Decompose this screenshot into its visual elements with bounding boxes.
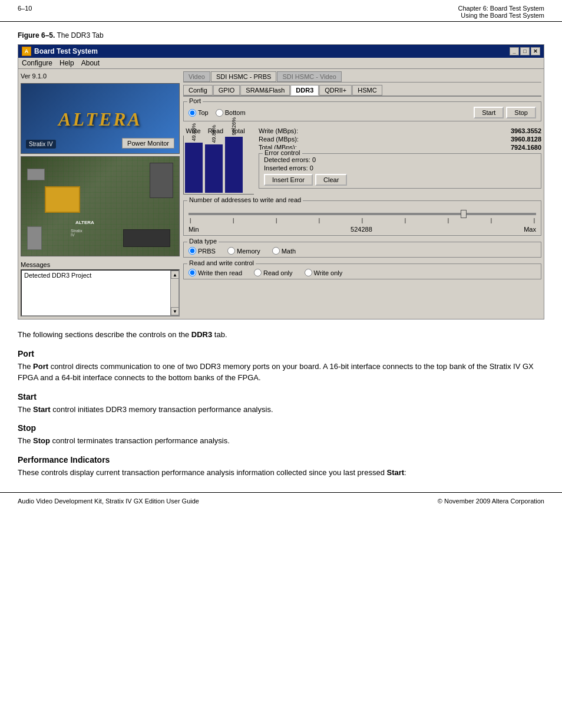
slider-max-label: Max	[524, 226, 536, 233]
tab-hsmc[interactable]: HSMC	[352, 85, 382, 95]
write-pct-label: 49.88%	[191, 123, 197, 141]
page-footer: Audio Video Development Kit, Stratix IV …	[0, 492, 562, 507]
port-row: Top Bottom Start Stop	[189, 104, 536, 118]
write-then-read-label[interactable]: Write then read	[189, 269, 242, 276]
title-bar-controls[interactable]: _ □ ✕	[510, 47, 540, 55]
slider-container: ||||| ||||	[189, 203, 536, 225]
footer-left: Audio Video Development Kit, Stratix IV …	[18, 498, 199, 505]
math-radio[interactable]	[272, 247, 280, 255]
scrollbar-track	[171, 279, 178, 307]
figure-number: Figure 6–5.	[18, 31, 55, 39]
insert-error-button[interactable]: Insert Error	[264, 174, 313, 186]
tab-video[interactable]: Video	[183, 71, 210, 82]
scrollbar-up[interactable]: ▲	[171, 271, 179, 279]
perf-paragraph: These controls display current transacti…	[18, 467, 544, 479]
port-group: Port Top Bottom Start Stop	[183, 101, 541, 121]
close-button[interactable]: ✕	[531, 47, 540, 55]
slider-thumb[interactable]	[461, 210, 467, 218]
small-chip	[27, 169, 45, 180]
chapter-subtitle: Using the Board Test System	[458, 12, 544, 19]
total-pct-label: 99.26%	[231, 117, 237, 136]
memory-radio-label[interactable]: Memory	[227, 247, 260, 255]
figure-title: The DDR3 Tab	[57, 31, 103, 39]
figure-label: Figure 6–5. The DDR3 Tab	[18, 31, 544, 39]
intro-paragraph: The following sections describe the cont…	[18, 329, 544, 341]
radio-bottom-label[interactable]: Bottom	[216, 109, 246, 117]
clear-button[interactable]: Clear	[315, 174, 347, 186]
tab-sdi-prbs[interactable]: SDI HSMC - PRBS	[211, 71, 277, 82]
read-mbps-label: Read (MBps):	[259, 136, 318, 143]
data-type-group: Data type PRBS Memory Math	[183, 242, 541, 258]
stratix-badge: Stratix IV	[26, 140, 56, 149]
start-paragraph: The Start control initiates DDR3 memory …	[18, 404, 544, 416]
rw-group: Read and write control Write then read R…	[183, 263, 541, 279]
performance-row: Write Read Total 49.88% 49.88%	[183, 127, 541, 195]
tab-config[interactable]: Config	[183, 85, 213, 95]
menu-configure[interactable]: Configure	[22, 59, 52, 67]
stratix-chip-label: Stratix IV	[71, 229, 82, 237]
rw-radio-row: Write then read Read only Write only	[189, 266, 536, 276]
power-monitor-button[interactable]: Power Monitor	[122, 138, 174, 149]
read-pct-label: 49.88%	[211, 125, 217, 143]
menu-help[interactable]: Help	[59, 59, 74, 67]
tab-qdrii[interactable]: QDRII+	[319, 85, 352, 95]
page-header: 6–10 Chapter 6: Board Test System Using …	[0, 0, 562, 22]
screenshot-window: A Board Test System _ □ ✕ Configure Help…	[18, 44, 544, 319]
radio-top-label[interactable]: Top	[189, 109, 209, 117]
altera-logo: ALTERA	[58, 106, 142, 131]
write-stat-row: Write (MBps): 3963.3552	[259, 127, 541, 134]
fpga-chip: ALTERA Stratix IV	[45, 186, 80, 213]
stop-button[interactable]: Stop	[506, 107, 536, 118]
prbs-radio[interactable]	[189, 247, 196, 255]
detected-errors-row: Detected errors: 0	[264, 156, 536, 163]
port-group-label: Port	[187, 97, 203, 104]
tab-row-top: Video SDI HSMC - PRBS SDI HSMC - Video	[183, 71, 541, 83]
read-only-label[interactable]: Read only	[254, 269, 293, 276]
title-bar: A Board Test System _ □ ✕	[18, 45, 544, 58]
bar-chart-area: Write Read Total 49.88% 49.88%	[183, 127, 254, 195]
messages-label: Messages	[21, 261, 180, 268]
write-mbps-value: 3963.3552	[511, 127, 541, 134]
restore-button[interactable]: □	[520, 47, 530, 55]
prbs-radio-label[interactable]: PRBS	[189, 247, 216, 255]
write-bar	[185, 143, 203, 193]
total-mbps-value: 7924.1680	[511, 144, 541, 151]
radio-top-input[interactable]	[189, 109, 196, 117]
error-group-label: Error control	[263, 149, 302, 156]
board-photo: ALTERA Stratix IV	[21, 156, 180, 256]
slider-value: 524288	[351, 226, 372, 233]
minimize-button[interactable]: _	[510, 47, 519, 55]
data-type-label: Data type	[187, 238, 219, 245]
tab-ddr3[interactable]: DDR3	[290, 85, 319, 95]
write-then-read-radio[interactable]	[189, 269, 196, 276]
slider-labels: Min 524288 Max	[189, 226, 536, 233]
messages-content: Detected DDR3 Project	[24, 272, 91, 279]
tab-sdi-video[interactable]: SDI HSMC - Video	[277, 71, 342, 82]
right-panel: Video SDI HSMC - PRBS SDI HSMC - Video C…	[183, 71, 541, 317]
tab-gpio[interactable]: GPIO	[213, 85, 240, 95]
window-title: Board Test System	[34, 47, 98, 55]
read-mbps-value: 3960.8128	[511, 136, 541, 143]
stop-paragraph: The Stop control terminates transaction …	[18, 435, 544, 447]
write-mbps-label: Write (MBps):	[259, 127, 318, 134]
page-body: The following sections describe the cont…	[0, 329, 562, 478]
slider-track	[189, 213, 536, 215]
board-image-top: ALTERA Stratix IV Power Monitor	[21, 83, 180, 154]
math-radio-label[interactable]: Math	[272, 247, 296, 255]
menu-about[interactable]: About	[81, 59, 100, 67]
start-button[interactable]: Start	[474, 107, 504, 118]
radio-bottom-input[interactable]	[216, 109, 223, 117]
write-only-label[interactable]: Write only	[305, 269, 343, 276]
bars-container: 49.88% 49.88% 99.26%	[183, 136, 254, 195]
read-only-radio[interactable]	[254, 269, 262, 276]
app-icon: A	[22, 47, 31, 56]
memory-radio[interactable]	[227, 247, 235, 255]
total-bar	[225, 137, 243, 193]
write-only-radio[interactable]	[305, 269, 312, 276]
perf-heading: Performance Indicators	[18, 455, 544, 465]
app-body: Ver 9.1.0 ALTERA Stratix IV Power Monito…	[18, 69, 544, 319]
messages-scrollbar[interactable]: ▲ ▼	[170, 271, 178, 315]
scrollbar-down[interactable]: ▼	[171, 307, 179, 315]
port-heading: Port	[18, 349, 544, 358]
tab-sram-flash[interactable]: SRAM&Flash	[240, 85, 290, 95]
